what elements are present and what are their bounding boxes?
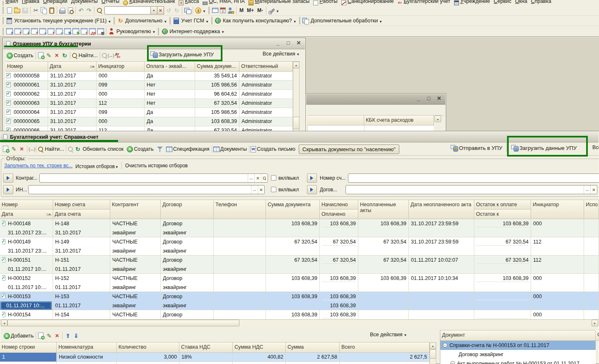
back-icon[interactable] <box>165 7 173 14</box>
cell[interactable]: ЧАСТНЫЕ <box>110 310 161 319</box>
copy-item-icon[interactable] <box>37 52 45 60</box>
items-column-header[interactable]: Сумма НДС <box>233 342 286 353</box>
create-button[interactable]: Создать <box>14 53 34 58</box>
cell-sum[interactable]: 96 604,62 <box>195 90 239 99</box>
cell-resp[interactable]: Administrator <box>239 108 293 117</box>
edit-icon[interactable] <box>45 52 53 60</box>
toolbar-gripper[interactable] <box>208 7 210 14</box>
cell-line1[interactable]: 112 <box>533 256 582 264</box>
cell-line2[interactable] <box>322 229 356 236</box>
user-lock-icon[interactable] <box>227 7 235 14</box>
menu-gripper[interactable] <box>2 1 4 5</box>
dropdown-arrow[interactable]: ▼ <box>297 53 300 56</box>
cell-resp[interactable]: Administrator <box>239 81 293 89</box>
dropdown-arrow[interactable]: ▼ <box>205 20 209 24</box>
dropdown-arrow[interactable]: ▼ <box>115 163 118 172</box>
cell-line1[interactable]: Н-148 <box>55 220 108 227</box>
cell-line1[interactable]: Н-000152 <box>2 275 51 282</box>
delete-icon[interactable] <box>18 145 26 153</box>
cell-empty[interactable] <box>0 362 57 364</box>
column-header-dogovor[interactable]: Договор <box>161 200 214 219</box>
dropdown-button[interactable]: ▼ <box>151 6 157 14</box>
menu-14[interactable]: Сервис <box>494 0 512 5</box>
cell-line2[interactable]: эквайринг <box>112 284 158 291</box>
scroll-up-button[interactable]: ▲ <box>293 62 300 68</box>
menu-1[interactable]: Файл <box>5 0 18 5</box>
cell[interactable] <box>584 310 599 319</box>
column-header-ost2[interactable]: Остаток к <box>474 210 531 219</box>
custom-toolbar-button[interactable]: Дополнительно <box>125 18 162 24</box>
report-icon-2[interactable]: Т <box>14 28 21 34</box>
table-row[interactable]: Н-00015201.11.2017 10:...Н-15201.11.2017… <box>0 274 599 292</box>
column-header-num[interactable]: Номер <box>0 200 53 210</box>
table-row[interactable]: 1Низкой сложности3,00018%400,822 627,582… <box>0 353 430 362</box>
cell[interactable]: Договорэквайринг <box>161 219 214 237</box>
table-row[interactable]: Н-00014931.10.2017 23:...Н-14931.10.2017… <box>0 237 599 256</box>
report-icon-10[interactable]: Σ <box>81 28 87 34</box>
table-row[interactable]: 00000006331.10.2017112Нет67 320,54Admini… <box>5 99 293 108</box>
cell-line1[interactable]: Договор <box>163 220 211 227</box>
table-row[interactable]: 00000006431.10.2017099Да105 986,56Admini… <box>5 108 293 117</box>
cell[interactable]: 112 <box>531 256 584 273</box>
cell-empty[interactable] <box>286 362 340 364</box>
cell-init[interactable]: 000 <box>97 72 145 80</box>
table-row[interactable]: 00000005831.10.2017000Да35 549,14Adminis… <box>5 72 293 81</box>
cell-sum[interactable]: 103 608,39 <box>195 117 239 126</box>
items-column-header[interactable]: Ставка НДС <box>179 342 233 353</box>
cell[interactable] <box>214 237 266 255</box>
cell-line2[interactable]: эквайринг <box>112 265 158 273</box>
items-column-header[interactable]: Сумма <box>286 342 340 353</box>
cell-date[interactable]: 31.10.2017 <box>48 108 97 117</box>
column-header-isp[interactable]: Испо <box>584 200 599 219</box>
toolbar-gripper[interactable] <box>2 28 4 35</box>
cell[interactable]: Н-15301.11.2017 <box>53 292 110 310</box>
cell[interactable] <box>214 274 266 292</box>
settings-wrench-icon[interactable] <box>268 7 275 14</box>
scroll-left-button[interactable]: ◄ <box>1 320 7 326</box>
cell[interactable]: 31.10.2017 23:59:59 <box>409 219 474 237</box>
cell[interactable]: 67 320,54 <box>474 256 531 273</box>
cell-init[interactable]: 099 <box>97 108 145 117</box>
collapse-icon[interactable]: − <box>450 361 455 364</box>
menu-13[interactable]: Учреждение <box>454 0 490 5</box>
edit-icon[interactable] <box>45 332 53 340</box>
toolbar-gripper[interactable] <box>211 17 213 24</box>
column-header[interactable]: Инициатор <box>97 62 145 72</box>
cell[interactable]: 000 <box>531 219 584 237</box>
cell-line1[interactable] <box>411 293 472 300</box>
cell-line1[interactable]: 000 <box>533 311 582 318</box>
cell-line1[interactable]: Договор <box>163 238 211 246</box>
cell[interactable]: 01.11.2017 10:02:07 <box>409 256 474 273</box>
cell-empty[interactable] <box>340 362 430 364</box>
cell-line1[interactable]: Договор <box>163 275 211 282</box>
cell-line1[interactable]: 103 608,39 <box>476 220 529 227</box>
filter-expand-button[interactable] <box>3 174 13 183</box>
cell-line1[interactable]: ЧАСТНЫЕ <box>112 220 158 227</box>
report-icon-12[interactable]: ▦ <box>97 28 104 34</box>
cell-line1[interactable]: 67 320,54 <box>476 256 529 264</box>
cell[interactable]: Н-15101.11.2017 <box>53 256 110 273</box>
menu-11[interactable]: Санкционирование <box>341 0 394 5</box>
toolbar-gripper[interactable] <box>2 7 4 14</box>
cell[interactable]: 103 608,39103 608,39 <box>320 292 358 310</box>
cell-line1[interactable]: 103 608,39 <box>322 275 356 282</box>
menu-9[interactable]: Материальные запасы <box>249 0 309 5</box>
focused-cell[interactable]: 01.11.2017 10:... <box>0 301 52 310</box>
cell-date[interactable]: 31.10.2017 <box>48 99 97 108</box>
column-header[interactable]: Ответственный <box>239 62 293 72</box>
scroll-thumb[interactable] <box>430 350 436 359</box>
cell-init[interactable]: 099 <box>97 81 145 89</box>
column-header[interactable]: Сумма докуме... <box>195 62 239 72</box>
column-header-kbk[interactable]: КБК счета расходов <box>364 116 434 125</box>
hide-population-docs-button[interactable]: Скрывать документы по "населению" <box>299 145 399 154</box>
edit-icon[interactable] <box>10 145 18 153</box>
cell[interactable]: Н-00014931.10.2017 23:... <box>0 237 53 255</box>
cell-line2[interactable]: эквайринг <box>163 302 211 309</box>
column-header[interactable]: Оплата - эквай... <box>145 62 195 72</box>
cell[interactable]: 67 320,54 <box>320 256 358 273</box>
cell[interactable]: 67 320,54 <box>358 237 409 255</box>
tree-item[interactable]: −Справки-счета № Н-000153 от 01.11.2017 <box>440 341 596 350</box>
cell[interactable] <box>358 292 409 310</box>
cell[interactable]: 67 320,54 <box>266 256 320 273</box>
menu-6[interactable]: Казначейство/Банк <box>123 0 175 5</box>
